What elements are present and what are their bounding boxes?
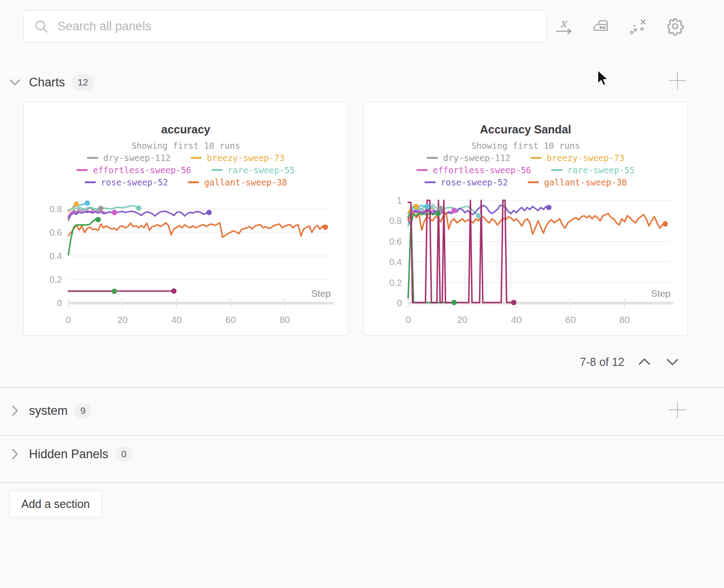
svg-text:0: 0 xyxy=(405,314,411,325)
legend-row: dry-sweep-112breezy-sweep-73 xyxy=(24,153,348,163)
chevron-down-icon[interactable] xyxy=(7,76,23,89)
svg-text:0.8: 0.8 xyxy=(389,216,402,226)
legend-entry[interactable]: rare-sweep-55 xyxy=(551,165,635,175)
svg-text:80: 80 xyxy=(279,314,290,325)
divider xyxy=(0,387,724,388)
legend-entry[interactable]: gallant-sweep-38 xyxy=(528,177,627,187)
add-section-button[interactable]: Add a section xyxy=(9,491,102,517)
chart-plot[interactable]: 00.20.40.60.8020406080Step xyxy=(34,189,338,333)
legend-run-name: gallant-sweep-38 xyxy=(204,177,287,187)
legend-swatch xyxy=(87,157,98,159)
svg-text:0.8: 0.8 xyxy=(49,204,62,214)
svg-text:0: 0 xyxy=(396,298,401,308)
settings-gear-icon[interactable] xyxy=(665,16,685,36)
page-up-icon[interactable] xyxy=(636,354,653,370)
legend-entry[interactable]: dry-sweep-112 xyxy=(427,153,510,163)
svg-text:0.6: 0.6 xyxy=(389,237,402,247)
panel-toolbar: x xyxy=(554,16,685,36)
system-section-label[interactable]: system xyxy=(29,404,68,418)
legend-swatch xyxy=(188,181,199,183)
legend-swatch xyxy=(416,169,428,171)
svg-text:0.6: 0.6 xyxy=(49,228,62,237)
panel-pagination: 7-8 of 12 xyxy=(580,354,681,370)
legend-swatch xyxy=(211,169,223,171)
legend-entry[interactable]: rare-sweep-55 xyxy=(211,165,295,175)
chart-panel-accuracy-sandal[interactable]: Accuracy SandalShowing first 10 runsdry-… xyxy=(363,102,688,336)
svg-text:0.2: 0.2 xyxy=(49,275,62,285)
divider xyxy=(0,435,724,436)
search-input[interactable] xyxy=(57,19,536,33)
svg-text:Step: Step xyxy=(651,288,670,299)
remove-outliers-icon[interactable] xyxy=(628,16,648,36)
legend-run-name: breezy-sweep-73 xyxy=(207,153,285,163)
chart-subtitle: Showing first 10 runs xyxy=(364,141,687,151)
svg-text:60: 60 xyxy=(225,314,236,325)
legend-run-name: breezy-sweep-73 xyxy=(547,153,624,163)
legend-entry[interactable]: breezy-sweep-73 xyxy=(530,153,624,163)
chart-panel-accuracy[interactable]: accuracyShowing first 10 runsdry-sweep-1… xyxy=(24,102,348,336)
page-down-icon[interactable] xyxy=(664,354,681,370)
svg-text:0.4: 0.4 xyxy=(49,251,62,261)
svg-text:20: 20 xyxy=(117,314,127,325)
svg-text:40: 40 xyxy=(171,314,181,325)
legend-row: rose-sweep-52gallant-sweep-38 xyxy=(364,177,687,187)
chart-plot[interactable]: 00.20.40.60.81020406080Step xyxy=(374,189,678,333)
svg-text:0: 0 xyxy=(66,314,71,325)
smoothing-iron-icon[interactable] xyxy=(591,16,611,36)
search-bar[interactable] xyxy=(24,10,547,43)
legend-row: rose-sweep-52gallant-sweep-38 xyxy=(24,177,348,187)
add-panel-button[interactable] xyxy=(667,71,687,90)
legend-row: effortless-sweep-56rare-sweep-55 xyxy=(364,165,687,175)
hidden-panels-section-header: Hidden Panels 0 xyxy=(7,440,717,469)
legend-run-name: gallant-sweep-38 xyxy=(544,177,627,187)
system-count-badge: 9 xyxy=(74,403,92,418)
add-panel-system-button[interactable] xyxy=(667,400,687,420)
chart-title: Accuracy Sandal xyxy=(364,123,687,136)
charts-section-label[interactable]: Charts xyxy=(29,76,65,90)
legend-swatch xyxy=(76,169,88,171)
svg-text:0: 0 xyxy=(57,298,62,308)
svg-text:80: 80 xyxy=(619,314,629,325)
svg-text:Step: Step xyxy=(311,288,330,299)
chart-title: accuracy xyxy=(24,123,348,136)
legend-swatch xyxy=(551,169,562,171)
legend-run-name: dry-sweep-112 xyxy=(443,153,510,163)
chevron-right-icon[interactable] xyxy=(7,447,23,461)
divider xyxy=(0,482,724,483)
system-section-header: system 9 xyxy=(7,396,717,425)
chevron-right-icon[interactable] xyxy=(7,404,23,417)
legend-entry[interactable]: effortless-sweep-56 xyxy=(416,165,531,175)
legend-row: dry-sweep-112breezy-sweep-73 xyxy=(364,153,687,163)
legend-run-name: rose-sweep-52 xyxy=(441,177,508,187)
svg-text:40: 40 xyxy=(511,314,521,325)
svg-text:20: 20 xyxy=(457,314,467,325)
legend-run-name: dry-sweep-112 xyxy=(103,153,171,163)
legend-entry[interactable]: effortless-sweep-56 xyxy=(76,165,191,175)
svg-text:1: 1 xyxy=(396,195,401,205)
x-axis-icon[interactable]: x xyxy=(554,16,574,36)
legend-entry[interactable]: rose-sweep-52 xyxy=(85,177,168,187)
svg-text:0.4: 0.4 xyxy=(389,257,402,267)
search-icon xyxy=(34,19,49,34)
legend-entry[interactable]: dry-sweep-112 xyxy=(87,153,171,163)
legend-run-name: rose-sweep-52 xyxy=(101,177,168,187)
hidden-panels-section-label[interactable]: Hidden Panels xyxy=(29,447,109,461)
svg-text:x: x xyxy=(560,17,568,30)
legend-swatch xyxy=(424,181,436,183)
legend-swatch xyxy=(528,181,539,183)
legend-run-name: rare-sweep-55 xyxy=(228,165,295,175)
legend-entry[interactable]: rose-sweep-52 xyxy=(424,177,508,187)
legend-row: effortless-sweep-56rare-sweep-55 xyxy=(24,165,348,175)
legend-run-name: effortless-sweep-56 xyxy=(93,165,191,175)
legend-swatch xyxy=(85,181,96,183)
legend-run-name: effortless-sweep-56 xyxy=(433,165,531,175)
svg-text:0.2: 0.2 xyxy=(389,278,402,288)
legend-swatch xyxy=(530,157,542,159)
legend-run-name: rare-sweep-55 xyxy=(567,165,635,175)
chart-subtitle: Showing first 10 runs xyxy=(24,141,348,151)
charts-section-header: Charts 12 xyxy=(7,68,717,97)
legend-entry[interactable]: gallant-sweep-38 xyxy=(188,177,287,187)
legend-swatch xyxy=(191,157,202,159)
legend-entry[interactable]: breezy-sweep-73 xyxy=(191,153,285,163)
pagination-label: 7-8 of 12 xyxy=(580,356,624,369)
